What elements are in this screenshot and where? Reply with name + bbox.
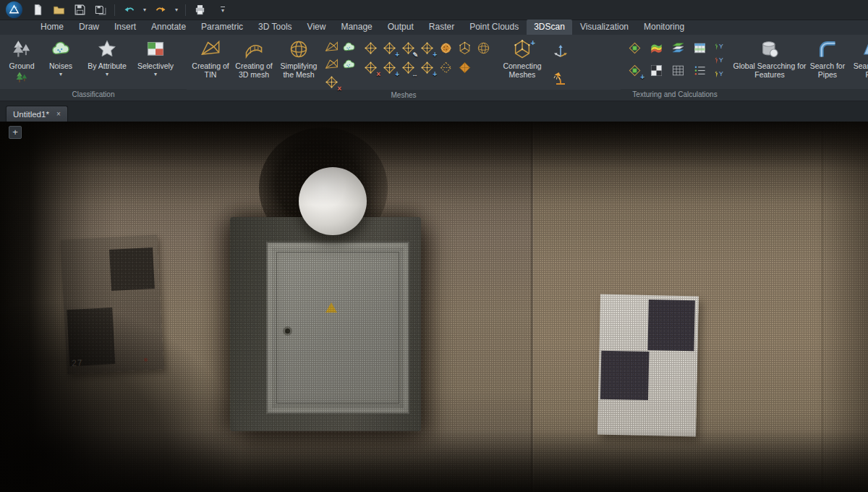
- search-pipes-button[interactable]: Search for Pipes: [807, 37, 848, 79]
- table-grid-icon[interactable]: [670, 62, 686, 79]
- search-planes-label: Search for Pla: [848, 62, 868, 79]
- mesh-align-icon[interactable]: [362, 40, 379, 56]
- tab-insert[interactable]: Insert: [107, 20, 143, 35]
- noises-label: Noises: [49, 62, 72, 70]
- mesh-edit-icon[interactable]: ✎: [400, 40, 417, 56]
- by-attribute-button[interactable]: By Attribute ▾: [81, 37, 133, 77]
- mesh-delete-small-icon[interactable]: ×: [323, 74, 340, 90]
- ground-button[interactable]: Ground: [3, 37, 41, 85]
- mesh-move-icon[interactable]: ↔: [400, 59, 417, 76]
- textured-mesh-icon[interactable]: [626, 40, 643, 56]
- new-file-icon[interactable]: [30, 3, 45, 17]
- by-attribute-dropdown-icon[interactable]: ▾: [106, 71, 109, 77]
- axis-y-icon-3[interactable]: Y: [713, 67, 726, 80]
- noises-cloud-icon: [51, 38, 71, 60]
- tab-point-clouds[interactable]: Point Clouds: [462, 20, 526, 35]
- mesh-insert-icon[interactable]: +: [419, 59, 435, 76]
- mesh-delete-icon[interactable]: ×: [362, 59, 379, 76]
- tab-monitoring[interactable]: Monitoring: [637, 20, 692, 35]
- mesh-add-node-icon[interactable]: +: [381, 40, 398, 56]
- mesh-tools-grid: + ✎ + × + ↔ +: [362, 40, 493, 77]
- tab-view[interactable]: View: [300, 20, 333, 35]
- selectively-dropdown-icon[interactable]: ▾: [154, 71, 157, 77]
- wire-sphere-icon: [289, 38, 309, 60]
- lamp-icon[interactable]: [550, 65, 571, 90]
- open-folder-icon[interactable]: [51, 3, 66, 17]
- mesh-vertex-icon[interactable]: +: [419, 40, 435, 56]
- redo-dropdown-icon[interactable]: ▾: [174, 7, 179, 13]
- cloud-section-icon[interactable]: [341, 56, 357, 73]
- gizmo-3d-icon[interactable]: [550, 39, 571, 64]
- creating-tin-button[interactable]: Creating of TIN: [190, 37, 231, 79]
- checkerboard-icon[interactable]: [648, 62, 665, 79]
- redo-icon[interactable]: [153, 3, 168, 17]
- tab-home[interactable]: Home: [33, 20, 71, 35]
- svg-text:Y: Y: [719, 43, 723, 50]
- plane-icon: [861, 38, 868, 60]
- save-icon[interactable]: [72, 3, 87, 17]
- simplifying-mesh-button[interactable]: Simplifying the Mesh: [276, 37, 321, 79]
- mesh-add-face-icon[interactable]: +: [381, 59, 398, 76]
- print-icon[interactable]: [192, 3, 207, 17]
- viewport-canvas[interactable]: 27 +: [0, 122, 868, 492]
- mesh-solid-icon[interactable]: [456, 59, 473, 76]
- ground-small-trees-icon[interactable]: [15, 70, 28, 85]
- mesh-section-icon[interactable]: [438, 59, 454, 76]
- tab-output[interactable]: Output: [380, 20, 421, 35]
- apply-texture-icon[interactable]: +: [626, 62, 643, 79]
- undo-icon[interactable]: [122, 3, 136, 17]
- selectively-button[interactable]: Selectively ▾: [133, 37, 178, 77]
- ground-trees-icon: [12, 38, 32, 60]
- tin-update-icon[interactable]: [323, 56, 340, 73]
- undo-dropdown-icon[interactable]: ▾: [142, 7, 147, 13]
- mesh-merge-icon[interactable]: [456, 40, 473, 56]
- creating-tin-label: Creating of TIN: [190, 62, 231, 79]
- connecting-meshes-button[interactable]: + Connecting Meshes: [495, 37, 549, 79]
- by-attribute-label: By Attribute: [88, 62, 127, 70]
- tab-3dscan[interactable]: 3DScan: [527, 20, 572, 35]
- tab-3d-tools[interactable]: 3D Tools: [251, 20, 299, 35]
- curved-mesh-icon: [244, 38, 264, 60]
- tab-manage[interactable]: Manage: [333, 20, 379, 35]
- report-list-icon[interactable]: [692, 62, 708, 79]
- document-tab-close-icon[interactable]: ×: [56, 110, 61, 118]
- mesh-sphere-icon[interactable]: [475, 40, 492, 56]
- creating-3d-mesh-button[interactable]: Creating of 3D mesh: [231, 37, 276, 79]
- toolbar-customize-icon[interactable]: ▾: [221, 7, 225, 14]
- ground-label: Ground: [9, 62, 34, 70]
- table-colored-icon[interactable]: [692, 40, 708, 56]
- quick-access-toolbar: ▾ ▾ ▾: [0, 0, 868, 20]
- tab-raster[interactable]: Raster: [422, 20, 461, 35]
- document-tab-bar: Untitled1* ×: [0, 101, 868, 122]
- toolbar-separator: [114, 4, 115, 16]
- axis-y-icon-2[interactable]: Y: [713, 54, 726, 67]
- noises-dropdown-icon[interactable]: ▾: [59, 71, 62, 77]
- tin-surface-icon: [200, 38, 221, 60]
- cloud-points-icon[interactable]: [341, 39, 357, 56]
- simplifying-mesh-label: Simplifying the Mesh: [276, 62, 321, 79]
- axis-y-icon-1[interactable]: Y: [713, 40, 726, 53]
- axis-tools-column: Y Y Y: [713, 40, 726, 80]
- vignette-right: [817, 122, 868, 492]
- pipe-icon: [817, 38, 838, 60]
- group-meshes: Creating of TIN Creating of 3D mesh Simp…: [187, 35, 621, 101]
- noises-button[interactable]: Noises ▾: [41, 37, 81, 77]
- app-logo-icon[interactable]: [6, 1, 22, 18]
- document-tab[interactable]: Untitled1* ×: [6, 106, 68, 122]
- add-view-button[interactable]: +: [9, 126, 22, 139]
- tab-annotate[interactable]: Annotate: [144, 20, 193, 35]
- star-icon: [97, 38, 117, 60]
- tab-visualization[interactable]: Visualization: [573, 20, 636, 35]
- global-search-features-button[interactable]: Global Searcching for Features: [732, 37, 807, 79]
- mesh-texture-patch-icon[interactable]: [438, 40, 454, 56]
- tab-parametric[interactable]: Parametric: [194, 20, 250, 35]
- tin-from-cloud-icon[interactable]: [323, 39, 340, 56]
- save-all-icon[interactable]: [93, 3, 108, 17]
- tab-draw[interactable]: Draw: [72, 20, 106, 35]
- colormap-surface-icon[interactable]: [648, 40, 665, 56]
- svg-text:Y: Y: [719, 56, 723, 64]
- selectively-label: Selectively: [137, 62, 174, 70]
- layers-stack-icon[interactable]: [670, 40, 686, 56]
- group-texturing: + Y Y Y Texturing and Calculations: [621, 35, 729, 101]
- search-planes-button[interactable]: Search for Pla: [848, 37, 868, 79]
